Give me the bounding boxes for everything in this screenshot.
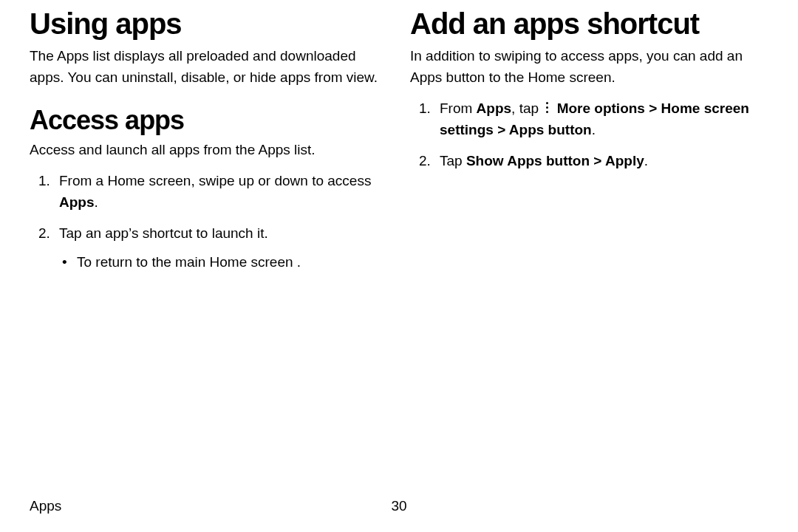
text: > bbox=[645, 100, 661, 116]
text: Tap an app’s shortcut to launch it. bbox=[59, 225, 268, 241]
text: . bbox=[592, 122, 596, 137]
bold-apps: Apps bbox=[59, 194, 95, 210]
access-step-2-sub: To return to the main Home screen . bbox=[59, 252, 388, 273]
footer: Apps 30 bbox=[30, 494, 768, 514]
access-apps-steps: From a Home screen, swipe up or down to … bbox=[30, 171, 388, 273]
using-apps-intro: The Apps list displays all preloaded and… bbox=[30, 46, 388, 88]
footer-page-number: 30 bbox=[391, 498, 406, 514]
text: From bbox=[440, 100, 477, 116]
left-column: Using apps The Apps list displays all pr… bbox=[30, 7, 388, 494]
shortcut-step-2: Tap Show Apps button > Apply. bbox=[410, 151, 768, 172]
text: Tap bbox=[440, 153, 466, 168]
add-shortcut-intro: In addition to swiping to access apps, y… bbox=[410, 46, 768, 88]
text: From a Home screen, swipe up or down to … bbox=[59, 173, 371, 188]
access-step-1: From a Home screen, swipe up or down to … bbox=[30, 171, 388, 213]
page: Using apps The Apps list displays all pr… bbox=[0, 0, 798, 532]
text: > bbox=[494, 122, 509, 137]
shortcut-step-1: From Apps, tap More options > Home scree… bbox=[410, 98, 768, 140]
heading-using-apps: Using apps bbox=[30, 7, 388, 40]
access-apps-intro: Access and launch all apps from the Apps… bbox=[30, 140, 388, 161]
heading-access-apps: Access apps bbox=[30, 106, 388, 135]
heading-add-shortcut: Add an apps shortcut bbox=[410, 7, 768, 40]
text: . bbox=[95, 194, 98, 210]
access-step-2: Tap an app’s shortcut to launch it. To r… bbox=[30, 223, 388, 273]
columns: Using apps The Apps list displays all pr… bbox=[30, 7, 768, 494]
bold-apps-button: Apps button bbox=[509, 122, 592, 137]
bold-apply: Apply bbox=[605, 153, 644, 168]
right-column: Add an apps shortcut In addition to swip… bbox=[410, 7, 768, 494]
bold-show-apps-button: Show Apps button bbox=[466, 153, 590, 168]
bold-more-options: More options bbox=[557, 100, 645, 116]
footer-section-label: Apps bbox=[30, 498, 61, 514]
add-shortcut-steps: From Apps, tap More options > Home scree… bbox=[410, 98, 768, 172]
bold-apps: Apps bbox=[477, 100, 512, 116]
access-step-2-bullet: To return to the main Home screen . bbox=[59, 252, 388, 273]
text: . bbox=[644, 153, 648, 168]
more-options-icon bbox=[544, 101, 551, 115]
text: > bbox=[590, 153, 605, 168]
text: , tap bbox=[511, 100, 542, 116]
